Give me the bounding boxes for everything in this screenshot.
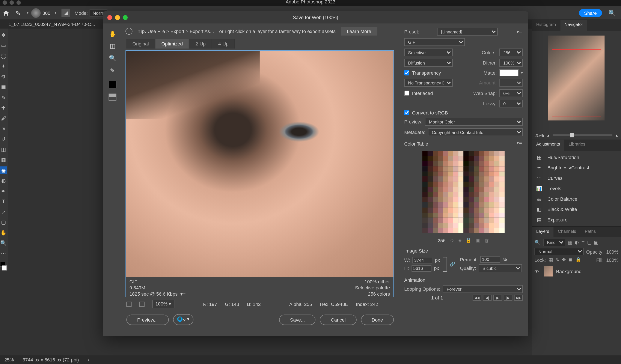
crop-tool-icon[interactable]: ⯐	[0, 73, 7, 81]
play-button[interactable]: ▶	[493, 295, 502, 301]
visibility-icon[interactable]: 👁	[534, 269, 540, 274]
layer-background[interactable]: 👁 Background	[532, 264, 621, 278]
filter-pixel-icon[interactable]: ▦	[568, 240, 572, 245]
close-icon[interactable]	[107, 15, 112, 20]
hand-tool-icon[interactable]: ✋	[0, 229, 7, 236]
lock-all-icon[interactable]: 🔒	[575, 257, 581, 263]
eraser-tool-icon[interactable]: ◫	[0, 146, 7, 153]
done-button[interactable]: Done	[361, 314, 394, 325]
more-tools-icon[interactable]: ⋯	[0, 249, 7, 257]
lasso-tool-icon[interactable]: ◯	[0, 52, 7, 60]
plus-icon[interactable]: +	[139, 301, 144, 307]
dither-method-select[interactable]: Diffusion	[404, 59, 453, 67]
tab-optimized[interactable]: Optimized	[155, 39, 189, 49]
dodge-tool-icon[interactable]: ◐	[0, 177, 7, 184]
zoom-select[interactable]: 100% ▾	[152, 300, 174, 308]
last-frame-button[interactable]: ▶▶	[514, 295, 523, 301]
browser-select[interactable]: 🌐? ▾	[173, 314, 193, 325]
tab-channels[interactable]: Channels	[553, 227, 581, 237]
gradient-tool-icon[interactable]: ▦	[0, 156, 7, 164]
preview-color-select[interactable]: Monitor Color	[425, 118, 523, 126]
lossy-select[interactable]: 0	[500, 100, 523, 107]
filter-smart-icon[interactable]: ▣	[594, 240, 598, 245]
adj-color-balance[interactable]: ⚖Color Balance	[535, 196, 617, 202]
zoom-tool-icon[interactable]: 🔍	[0, 239, 7, 247]
home-icon[interactable]	[2, 10, 9, 16]
stamp-tool-icon[interactable]: ⧇	[0, 125, 7, 132]
transparency-checkbox[interactable]	[404, 70, 409, 75]
minimize-icon[interactable]	[115, 15, 120, 20]
tab-navigator[interactable]: Navigator	[560, 20, 587, 31]
zoom-tool-icon[interactable]: 🔍	[108, 54, 117, 62]
brush-tool-icon[interactable]: 🖌	[0, 115, 7, 122]
slice-visibility-icon[interactable]	[109, 94, 117, 100]
share-button[interactable]: Share	[579, 9, 602, 17]
metadata-select[interactable]: Copyright and Contact Info	[428, 128, 523, 136]
adj-hue-saturation[interactable]: ▦Hue/Saturation	[535, 154, 617, 160]
close-icon[interactable]	[2, 0, 7, 5]
blur-tool-icon[interactable]: ◉	[0, 166, 7, 174]
adj-curves[interactable]: 〰Curves	[535, 175, 617, 181]
adj-exposure[interactable]: ▤Exposure	[535, 217, 617, 223]
navigator-viewport[interactable]	[552, 49, 601, 117]
fill-value[interactable]: 100%	[606, 257, 619, 262]
tab-libraries[interactable]: Libraries	[564, 140, 590, 151]
tab-2up[interactable]: 2-Up	[189, 39, 212, 49]
chevron-down-icon[interactable]: ▾	[521, 71, 523, 75]
filter-shape-icon[interactable]: ▢	[587, 240, 591, 245]
preview-image[interactable]	[126, 51, 393, 277]
filter-adjust-icon[interactable]: ◐	[575, 240, 579, 245]
dither-amount[interactable]: 100%	[500, 59, 523, 67]
height-input[interactable]	[412, 265, 431, 271]
pen-tool-icon[interactable]: ✒	[0, 187, 7, 195]
search-icon[interactable]: 🔍	[534, 240, 540, 245]
zoom-slider[interactable]	[552, 134, 612, 136]
blend-mode-select[interactable]: Normal	[534, 248, 584, 255]
sort-icon[interactable]: ◇	[450, 237, 453, 243]
trash-icon[interactable]: 🗑	[485, 238, 489, 243]
link-icon[interactable]	[443, 257, 447, 272]
reduction-select[interactable]: Selective	[404, 49, 453, 56]
status-zoom[interactable]: 25%	[4, 357, 14, 362]
brush-tool-icon[interactable]: ✎	[16, 9, 21, 16]
tab-paths[interactable]: Paths	[581, 227, 600, 237]
lock-position-icon[interactable]: ✎	[555, 257, 559, 263]
zoom-icon[interactable]	[123, 15, 128, 20]
zoom-in-icon[interactable]: ▲	[615, 133, 619, 137]
hand-tool-icon[interactable]: ✋	[108, 29, 117, 38]
slice-tool-icon[interactable]: ◫	[108, 42, 117, 50]
tab-original[interactable]: Original	[126, 39, 155, 49]
preset-select[interactable]: [Unnamed]	[437, 28, 498, 35]
eyedropper-tool-icon[interactable]: ✎	[108, 66, 117, 74]
new-icon[interactable]: ▣	[476, 237, 480, 243]
convert-srgb-checkbox[interactable]	[404, 110, 409, 115]
lock-artboard-icon[interactable]: ▣	[568, 257, 572, 263]
color-swatches[interactable]	[0, 262, 7, 270]
preview-button[interactable]: Preview...	[126, 314, 169, 325]
colors-select[interactable]: 256	[500, 49, 523, 56]
search-icon[interactable]: 🔍	[608, 9, 616, 16]
quality-select[interactable]: Bicubic	[479, 264, 522, 272]
color-table-menu-icon[interactable]: ▾≡	[516, 140, 523, 145]
tab-layers[interactable]: Layers	[532, 227, 553, 237]
healing-tool-icon[interactable]: ✚	[0, 104, 7, 112]
prev-frame-button[interactable]: ◀|	[483, 295, 491, 301]
zoom-value[interactable]: 25%	[534, 133, 544, 138]
background-color[interactable]	[2, 265, 7, 270]
eyedropper-tool-icon[interactable]: ✎	[0, 94, 7, 101]
adj-black-white[interactable]: ◧Black & White	[535, 206, 617, 212]
learn-more-button[interactable]: Learn More	[341, 27, 377, 35]
percent-input[interactable]	[480, 256, 500, 263]
history-brush-icon[interactable]: ↺	[0, 135, 7, 143]
first-frame-button[interactable]: ◀◀	[473, 295, 481, 301]
adj-brightness[interactable]: ☀Brightness/Contrast	[535, 165, 617, 171]
opacity-value[interactable]: 100%	[606, 249, 619, 254]
filter-kind-select[interactable]: Kind	[543, 239, 565, 246]
wand-tool-icon[interactable]: ✦	[0, 62, 7, 70]
zoom-out-icon[interactable]: ▲	[547, 133, 550, 137]
brush-preview[interactable]	[31, 8, 40, 17]
brush-size[interactable]: 300	[42, 10, 50, 16]
trans-dither-select[interactable]: No Transparency Dit...	[404, 79, 453, 87]
save-button[interactable]: Save...	[279, 314, 316, 325]
navigator-thumbnail[interactable]	[548, 35, 604, 120]
